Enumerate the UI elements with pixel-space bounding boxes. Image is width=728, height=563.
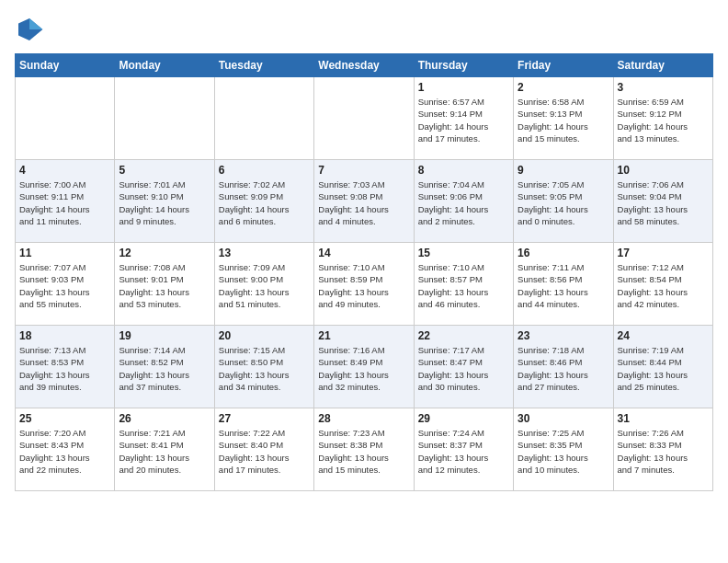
calendar-cell bbox=[314, 77, 414, 160]
day-number: 22 bbox=[418, 329, 509, 342]
day-number: 1 bbox=[418, 81, 509, 94]
day-number: 29 bbox=[418, 412, 509, 425]
day-number: 4 bbox=[19, 164, 110, 177]
calendar-cell: 23Sunrise: 7:18 AM Sunset: 8:46 PM Dayli… bbox=[514, 326, 613, 408]
calendar-cell: 2Sunrise: 6:58 AM Sunset: 9:13 PM Daylig… bbox=[514, 77, 613, 160]
header bbox=[15, 15, 713, 44]
calendar-cell: 7Sunrise: 7:03 AM Sunset: 9:08 PM Daylig… bbox=[314, 160, 414, 243]
logo bbox=[15, 15, 48, 44]
calendar-day-header: Monday bbox=[115, 54, 214, 77]
calendar-cell: 8Sunrise: 7:04 AM Sunset: 9:06 PM Daylig… bbox=[414, 160, 513, 243]
calendar-cell: 6Sunrise: 7:02 AM Sunset: 9:09 PM Daylig… bbox=[214, 160, 313, 243]
calendar-day-header: Saturday bbox=[613, 54, 712, 77]
day-number: 13 bbox=[219, 247, 310, 259]
calendar-cell: 11Sunrise: 7:07 AM Sunset: 9:03 PM Dayli… bbox=[16, 243, 115, 326]
day-number: 5 bbox=[119, 164, 210, 177]
day-number: 17 bbox=[618, 247, 709, 259]
day-info: Sunrise: 7:13 AM Sunset: 8:53 PM Dayligh… bbox=[19, 344, 110, 393]
day-info: Sunrise: 7:02 AM Sunset: 9:09 PM Dayligh… bbox=[219, 178, 310, 227]
day-number: 10 bbox=[618, 164, 709, 177]
calendar-cell: 16Sunrise: 7:11 AM Sunset: 8:56 PM Dayli… bbox=[514, 243, 613, 326]
day-info: Sunrise: 7:00 AM Sunset: 9:11 PM Dayligh… bbox=[19, 178, 110, 227]
day-number: 8 bbox=[418, 164, 509, 177]
day-number: 7 bbox=[318, 164, 409, 177]
calendar-cell: 20Sunrise: 7:15 AM Sunset: 8:50 PM Dayli… bbox=[214, 326, 313, 408]
day-number: 30 bbox=[518, 412, 609, 425]
day-info: Sunrise: 7:09 AM Sunset: 9:00 PM Dayligh… bbox=[219, 261, 310, 310]
day-number: 15 bbox=[418, 247, 509, 259]
day-number: 27 bbox=[219, 412, 310, 425]
calendar-cell: 13Sunrise: 7:09 AM Sunset: 9:00 PM Dayli… bbox=[214, 243, 313, 326]
calendar-day-header: Thursday bbox=[414, 54, 513, 77]
calendar-cell: 22Sunrise: 7:17 AM Sunset: 8:47 PM Dayli… bbox=[414, 326, 513, 408]
day-info: Sunrise: 6:59 AM Sunset: 9:12 PM Dayligh… bbox=[618, 96, 709, 144]
day-number: 3 bbox=[618, 81, 709, 94]
calendar-cell: 26Sunrise: 7:21 AM Sunset: 8:41 PM Dayli… bbox=[115, 408, 214, 491]
day-info: Sunrise: 7:26 AM Sunset: 8:33 PM Dayligh… bbox=[618, 427, 709, 476]
calendar-cell: 29Sunrise: 7:24 AM Sunset: 8:37 PM Dayli… bbox=[414, 408, 513, 491]
day-info: Sunrise: 7:11 AM Sunset: 8:56 PM Dayligh… bbox=[518, 261, 609, 310]
svg-marker-1 bbox=[29, 18, 42, 29]
day-info: Sunrise: 7:14 AM Sunset: 8:52 PM Dayligh… bbox=[119, 344, 210, 393]
calendar-week-row: 11Sunrise: 7:07 AM Sunset: 9:03 PM Dayli… bbox=[16, 243, 713, 326]
calendar-cell: 1Sunrise: 6:57 AM Sunset: 9:14 PM Daylig… bbox=[414, 77, 513, 160]
calendar-cell: 19Sunrise: 7:14 AM Sunset: 8:52 PM Dayli… bbox=[115, 326, 214, 408]
day-info: Sunrise: 7:19 AM Sunset: 8:44 PM Dayligh… bbox=[618, 344, 709, 393]
logo-icon bbox=[15, 15, 44, 44]
calendar-cell: 10Sunrise: 7:06 AM Sunset: 9:04 PM Dayli… bbox=[613, 160, 712, 243]
calendar-day-header: Tuesday bbox=[214, 54, 313, 77]
day-info: Sunrise: 7:25 AM Sunset: 8:35 PM Dayligh… bbox=[518, 427, 609, 476]
day-number: 28 bbox=[318, 412, 409, 425]
calendar-cell: 27Sunrise: 7:22 AM Sunset: 8:40 PM Dayli… bbox=[214, 408, 313, 491]
calendar-table: SundayMondayTuesdayWednesdayThursdayFrid… bbox=[15, 53, 713, 491]
calendar-cell: 17Sunrise: 7:12 AM Sunset: 8:54 PM Dayli… bbox=[613, 243, 712, 326]
day-number: 16 bbox=[518, 247, 609, 259]
calendar-cell bbox=[115, 77, 214, 160]
calendar-cell: 4Sunrise: 7:00 AM Sunset: 9:11 PM Daylig… bbox=[16, 160, 115, 243]
day-info: Sunrise: 7:04 AM Sunset: 9:06 PM Dayligh… bbox=[418, 178, 509, 227]
day-info: Sunrise: 7:01 AM Sunset: 9:10 PM Dayligh… bbox=[119, 178, 210, 227]
day-info: Sunrise: 7:18 AM Sunset: 8:46 PM Dayligh… bbox=[518, 344, 609, 393]
calendar-cell: 25Sunrise: 7:20 AM Sunset: 8:43 PM Dayli… bbox=[16, 408, 115, 491]
calendar-cell: 5Sunrise: 7:01 AM Sunset: 9:10 PM Daylig… bbox=[115, 160, 214, 243]
day-number: 6 bbox=[219, 164, 310, 177]
day-number: 9 bbox=[518, 164, 609, 177]
calendar-cell: 28Sunrise: 7:23 AM Sunset: 8:38 PM Dayli… bbox=[314, 408, 414, 491]
calendar-cell: 21Sunrise: 7:16 AM Sunset: 8:49 PM Dayli… bbox=[314, 326, 414, 408]
calendar-cell: 15Sunrise: 7:10 AM Sunset: 8:57 PM Dayli… bbox=[414, 243, 513, 326]
calendar-week-row: 4Sunrise: 7:00 AM Sunset: 9:11 PM Daylig… bbox=[16, 160, 713, 243]
calendar-cell: 18Sunrise: 7:13 AM Sunset: 8:53 PM Dayli… bbox=[16, 326, 115, 408]
calendar-header-row: SundayMondayTuesdayWednesdayThursdayFrid… bbox=[16, 54, 713, 77]
day-number: 20 bbox=[219, 329, 310, 342]
day-info: Sunrise: 7:05 AM Sunset: 9:05 PM Dayligh… bbox=[518, 178, 609, 227]
day-info: Sunrise: 6:57 AM Sunset: 9:14 PM Dayligh… bbox=[418, 96, 509, 144]
calendar-day-header: Wednesday bbox=[314, 54, 414, 77]
day-number: 18 bbox=[19, 329, 110, 342]
calendar-cell: 24Sunrise: 7:19 AM Sunset: 8:44 PM Dayli… bbox=[613, 326, 712, 408]
day-info: Sunrise: 7:17 AM Sunset: 8:47 PM Dayligh… bbox=[418, 344, 509, 393]
day-info: Sunrise: 7:07 AM Sunset: 9:03 PM Dayligh… bbox=[19, 261, 110, 310]
calendar-cell bbox=[214, 77, 313, 160]
day-info: Sunrise: 6:58 AM Sunset: 9:13 PM Dayligh… bbox=[518, 96, 609, 144]
day-number: 2 bbox=[518, 81, 609, 94]
day-number: 25 bbox=[19, 412, 110, 425]
calendar-cell: 3Sunrise: 6:59 AM Sunset: 9:12 PM Daylig… bbox=[613, 77, 712, 160]
day-number: 12 bbox=[119, 247, 210, 259]
day-info: Sunrise: 7:08 AM Sunset: 9:01 PM Dayligh… bbox=[119, 261, 210, 310]
day-number: 26 bbox=[119, 412, 210, 425]
day-number: 21 bbox=[318, 329, 409, 342]
day-info: Sunrise: 7:10 AM Sunset: 8:57 PM Dayligh… bbox=[418, 261, 509, 310]
day-info: Sunrise: 7:22 AM Sunset: 8:40 PM Dayligh… bbox=[219, 427, 310, 476]
calendar-cell bbox=[16, 77, 115, 160]
calendar-day-header: Sunday bbox=[16, 54, 115, 77]
day-info: Sunrise: 7:03 AM Sunset: 9:08 PM Dayligh… bbox=[318, 178, 409, 227]
day-number: 23 bbox=[518, 329, 609, 342]
day-info: Sunrise: 7:16 AM Sunset: 8:49 PM Dayligh… bbox=[318, 344, 409, 393]
day-number: 19 bbox=[119, 329, 210, 342]
calendar-week-row: 1Sunrise: 6:57 AM Sunset: 9:14 PM Daylig… bbox=[16, 77, 713, 160]
day-number: 31 bbox=[618, 412, 709, 425]
day-info: Sunrise: 7:21 AM Sunset: 8:41 PM Dayligh… bbox=[119, 427, 210, 476]
day-info: Sunrise: 7:10 AM Sunset: 8:59 PM Dayligh… bbox=[318, 261, 409, 310]
calendar-week-row: 18Sunrise: 7:13 AM Sunset: 8:53 PM Dayli… bbox=[16, 326, 713, 408]
day-info: Sunrise: 7:20 AM Sunset: 8:43 PM Dayligh… bbox=[19, 427, 110, 476]
